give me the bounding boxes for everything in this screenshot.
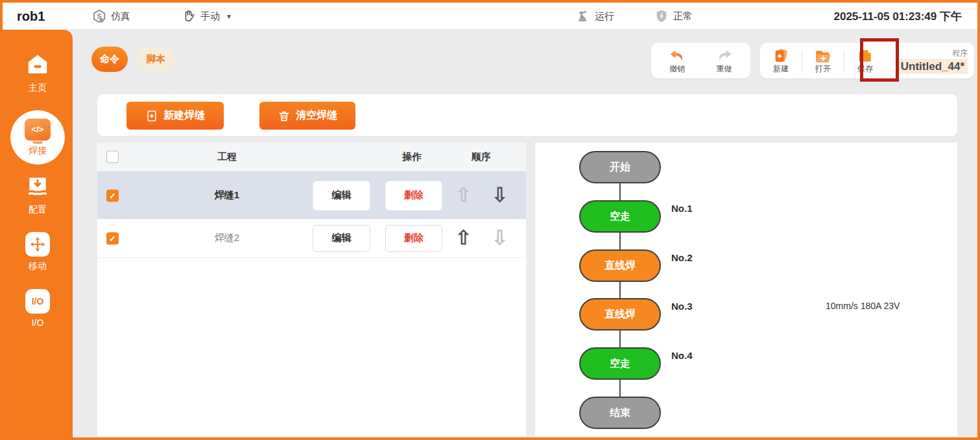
app-window: rob1 S 仿真 手动 ▼ 运行 正常 2025-11-0 bbox=[0, 0, 980, 440]
flow-node-start[interactable]: 开始 bbox=[579, 151, 661, 183]
robot-name: rob1 bbox=[17, 3, 45, 30]
io-icon: I/O bbox=[25, 289, 50, 314]
redo-label: 重做 bbox=[717, 65, 732, 73]
sidebar-item-label: 主页 bbox=[29, 82, 47, 94]
edit-button[interactable]: 编辑 bbox=[313, 225, 370, 252]
monitor-stand bbox=[32, 141, 43, 144]
clear-weld-seams-button[interactable]: 清空焊缝 bbox=[259, 102, 355, 130]
sidebar-item-label: I/O bbox=[32, 318, 44, 328]
move-up-icon[interactable]: ⇧ bbox=[455, 185, 472, 205]
home-icon bbox=[25, 52, 51, 78]
file-plus-icon bbox=[145, 110, 158, 122]
run-status-indicator: 运行 bbox=[576, 3, 614, 30]
simulation-label: 仿真 bbox=[111, 10, 130, 23]
manual-mode-dropdown[interactable]: 手动 ▼ bbox=[182, 3, 232, 30]
health-status-indicator: 正常 bbox=[654, 3, 693, 30]
flow-node-end[interactable]: 结束 bbox=[579, 397, 661, 429]
run-label: 运行 bbox=[595, 10, 614, 23]
trash-icon bbox=[278, 110, 291, 122]
new-weld-label: 新建焊缝 bbox=[163, 109, 205, 122]
code-monitor-icon: </> bbox=[25, 119, 51, 141]
sidebar-item-home[interactable]: 主页 bbox=[3, 52, 73, 94]
sidebar-item-welding-active[interactable]: </> 焊接 bbox=[10, 110, 65, 165]
sidebar-nav: 主页 </> 焊接 配置 移动 I/O I/O bbox=[3, 30, 73, 437]
undo-button[interactable]: 撤销 bbox=[656, 48, 698, 73]
move-down-icon[interactable]: ⇩ bbox=[492, 185, 508, 205]
chevron-down-icon: ▼ bbox=[226, 13, 232, 20]
shield-icon bbox=[654, 9, 669, 23]
move-arrows-icon bbox=[25, 232, 50, 257]
clear-weld-label: 清空焊缝 bbox=[296, 109, 337, 122]
manual-label: 手动 bbox=[200, 10, 220, 23]
table-header-row: 工程 操作 顺序 bbox=[97, 143, 526, 172]
program-name[interactable]: Untitled_44* bbox=[898, 59, 968, 74]
sidebar-item-label: 移动 bbox=[29, 261, 47, 272]
clock-timestamp: 2025-11-05 01:23:49 下午 bbox=[833, 3, 962, 30]
tab-script[interactable]: 脚本 bbox=[137, 47, 174, 72]
sidebar-item-config[interactable]: 配置 bbox=[3, 174, 73, 216]
new-program-button[interactable]: 新建 bbox=[760, 48, 802, 73]
undo-redo-card: 撤销 重做 bbox=[651, 43, 750, 78]
table-row-seam2[interactable]: ✓ 焊缝2 编辑 删除 ⇧ ⇩ bbox=[97, 219, 526, 258]
step-number-label: No.3 bbox=[671, 301, 693, 312]
tab-command[interactable]: 命令 bbox=[91, 47, 128, 72]
undo-label: 撤销 bbox=[669, 65, 685, 73]
row-checkbox[interactable]: ✓ bbox=[106, 189, 119, 202]
program-flowchart: 开始 空走 直线焊 直线焊 空走 结束 No.1 No.2 No.3 No.4 … bbox=[534, 142, 958, 437]
table-row-seam1-selected[interactable]: ✓ 焊缝1 编辑 删除 ⇧ ⇩ bbox=[97, 172, 526, 219]
new-weld-seam-button[interactable]: 新建焊缝 bbox=[126, 102, 224, 130]
weld-seam-table: 工程 操作 顺序 ✓ 焊缝1 编辑 删除 ⇧ ⇩ ✓ 焊缝2 编辑 删除 ⇧ ⇩ bbox=[97, 142, 527, 437]
robot-arm-icon bbox=[576, 9, 590, 23]
open-label: 打开 bbox=[815, 65, 831, 73]
step-number-label: No.4 bbox=[671, 350, 693, 361]
open-folder-icon bbox=[814, 48, 832, 65]
flow-node-airmove-1[interactable]: 空走 bbox=[579, 200, 661, 233]
delete-button[interactable]: 删除 bbox=[385, 181, 442, 211]
flow-node-lineweld-3[interactable]: 直线焊 bbox=[579, 298, 661, 330]
sidebar-item-label: 配置 bbox=[29, 204, 47, 216]
redo-arrow-icon bbox=[715, 48, 734, 65]
delete-button[interactable]: 删除 bbox=[385, 225, 442, 252]
new-label: 新建 bbox=[773, 65, 789, 73]
save-label: 保存 bbox=[857, 65, 873, 73]
save-file-icon bbox=[856, 48, 874, 65]
weld-parameters-annotation: 10mm/s 180A 23V bbox=[826, 301, 900, 311]
undo-arrow-icon bbox=[668, 48, 686, 65]
move-up-icon[interactable]: ⇧ bbox=[455, 228, 472, 248]
flow-node-lineweld-2[interactable]: 直线焊 bbox=[579, 249, 661, 282]
select-all-checkbox[interactable] bbox=[106, 151, 119, 163]
step-number-label: No.2 bbox=[671, 252, 693, 263]
sidebar-item-label: 焊接 bbox=[29, 145, 47, 157]
column-header-project: 工程 bbox=[175, 143, 279, 171]
hand-icon bbox=[182, 9, 196, 23]
book-download-icon bbox=[25, 174, 51, 200]
open-program-button[interactable]: 打开 bbox=[802, 48, 844, 73]
program-name-block: 程序 Untitled_44* bbox=[898, 48, 974, 73]
flow-node-airmove-4[interactable]: 空走 bbox=[579, 347, 661, 380]
simulation-icon: S bbox=[92, 9, 106, 23]
program-label: 程序 bbox=[898, 48, 968, 59]
sidebar-item-io[interactable]: I/O I/O bbox=[3, 289, 73, 328]
seam-name: 焊缝2 bbox=[175, 219, 279, 257]
new-file-icon bbox=[772, 48, 790, 65]
move-down-icon[interactable]: ⇩ bbox=[492, 228, 508, 248]
normal-label: 正常 bbox=[673, 10, 693, 23]
step-number-label: No.1 bbox=[671, 203, 693, 214]
top-status-bar: rob1 S 仿真 手动 ▼ 运行 正常 2025-11-0 bbox=[3, 3, 977, 30]
file-toolbar-card: 新建 打开 保存 程序 Untitled_44* bbox=[760, 43, 974, 78]
column-header-order: 顺序 bbox=[442, 143, 520, 171]
simulation-mode-indicator[interactable]: S 仿真 bbox=[92, 3, 130, 30]
save-program-button[interactable]: 保存 bbox=[844, 48, 886, 73]
row-checkbox[interactable]: ✓ bbox=[106, 232, 119, 244]
redo-button[interactable]: 重做 bbox=[704, 48, 745, 73]
weld-actions-panel: 新建焊缝 清空焊缝 bbox=[97, 93, 958, 137]
sidebar-item-move[interactable]: 移动 bbox=[3, 232, 73, 272]
seam-name: 焊缝1 bbox=[175, 172, 279, 219]
edit-button[interactable]: 编辑 bbox=[313, 181, 370, 211]
